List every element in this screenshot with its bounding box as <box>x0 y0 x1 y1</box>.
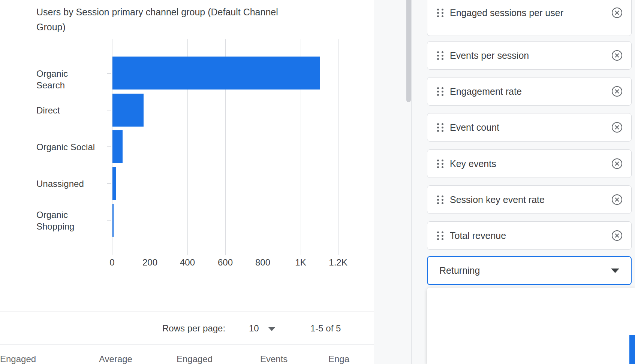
tick-label-600: 600 <box>218 257 233 268</box>
metric-label: Key events <box>450 158 496 170</box>
metric-label: Engagement rate <box>450 85 522 98</box>
category-label-organic-search: Organic Search <box>36 68 98 91</box>
analytics-screen: Users by Session primary channel group (… <box>0 0 635 364</box>
remove-metric-icon[interactable] <box>611 7 623 18</box>
page-scrollbar-thumb[interactable] <box>406 0 411 102</box>
metric-card-session-key-event-rate[interactable]: Session key event rate <box>427 185 632 214</box>
rows-per-page-select[interactable]: 10 <box>249 323 259 334</box>
remove-metric-icon[interactable] <box>611 230 623 241</box>
remove-metric-icon[interactable] <box>611 86 623 97</box>
metric-dropdown-value: Returning <box>439 265 480 276</box>
metric-dropdown-menu: User Returning users <box>427 288 635 364</box>
rows-per-page-label: Rows per page: <box>162 323 225 334</box>
category-label-unassigned: Unassigned <box>36 178 98 189</box>
metric-label: Session key event rate <box>450 194 545 206</box>
bar-direct <box>112 94 144 127</box>
metric-card-event-count[interactable]: Event count <box>427 113 632 142</box>
bar-organic-shopping <box>112 204 114 237</box>
tick-label-1-2k: 1.2K <box>329 257 347 268</box>
drag-handle-icon[interactable] <box>437 123 443 132</box>
drag-handle-icon[interactable] <box>437 87 443 96</box>
axis-tick <box>107 110 111 110</box>
pagination-bar: Rows per page: 10 1-5 of 5 <box>0 318 374 340</box>
drag-handle-icon[interactable] <box>437 51 443 60</box>
category-label-organic-social: Organic Social <box>36 141 98 153</box>
drag-handle-icon[interactable] <box>437 231 443 240</box>
bar-organic-social <box>112 130 123 163</box>
chart-card: Users by Session primary channel group (… <box>0 0 374 364</box>
column-header-engaged-1[interactable]: Engaged <box>0 354 36 364</box>
metric-dropdown[interactable]: Returning <box>427 256 632 285</box>
tick-label-400: 400 <box>180 257 195 268</box>
category-label-organic-shopping: Organic Shopping <box>36 209 93 232</box>
axis-tick <box>107 146 111 147</box>
metric-card-engagement-rate[interactable]: Engagement rate <box>427 77 632 106</box>
axis-tick <box>107 183 111 184</box>
pagination-range: 1-5 of 5 <box>310 323 341 334</box>
metric-card-key-events[interactable]: Key events <box>427 149 632 178</box>
tick-label-0: 0 <box>109 257 114 268</box>
remove-metric-icon[interactable] <box>611 122 623 133</box>
remove-metric-icon[interactable] <box>611 194 623 205</box>
divider-above-pagination <box>0 312 374 312</box>
bar-unassigned <box>112 167 116 200</box>
chevron-down-icon <box>611 269 619 273</box>
gridline-1-2k <box>338 39 338 255</box>
column-header-average[interactable]: Average <box>99 354 132 364</box>
menu-scrollbar-thumb[interactable] <box>629 335 635 364</box>
column-header-events[interactable]: Events <box>260 354 288 364</box>
axis-tick <box>107 220 111 221</box>
drag-handle-icon[interactable] <box>437 195 443 204</box>
rows-per-page-caret-icon[interactable] <box>268 327 275 331</box>
drag-handle-icon[interactable] <box>437 160 443 168</box>
metric-label: Events per session <box>450 49 529 62</box>
remove-metric-icon[interactable] <box>611 50 623 61</box>
column-header-engaged-2[interactable]: Engaged <box>177 354 213 364</box>
metric-label: Engaged sessions per user <box>450 7 563 19</box>
divider-below-pagination <box>0 345 374 345</box>
tick-label-800: 800 <box>255 257 270 268</box>
remove-metric-icon[interactable] <box>611 158 623 169</box>
column-header-engagement-clipped[interactable]: Enga <box>328 354 349 364</box>
panel-section-divider <box>412 310 427 310</box>
drag-handle-icon[interactable] <box>437 9 443 17</box>
metric-card-events-per-session[interactable]: Events per session <box>427 41 632 70</box>
chart-title: Users by Session primary channel group (… <box>36 4 306 34</box>
metric-label: Event count <box>450 121 499 134</box>
bar-organic-search <box>112 57 320 90</box>
tick-label-1k: 1K <box>295 257 306 268</box>
metric-label: Total revenue <box>450 230 506 242</box>
category-label-direct: Direct <box>36 104 98 116</box>
metric-card-engaged-sessions-per-user[interactable]: Engaged sessions per user <box>427 0 632 36</box>
axis-tick <box>107 73 111 74</box>
tick-label-200: 200 <box>142 257 157 268</box>
metric-card-total-revenue[interactable]: Total revenue <box>427 221 632 250</box>
